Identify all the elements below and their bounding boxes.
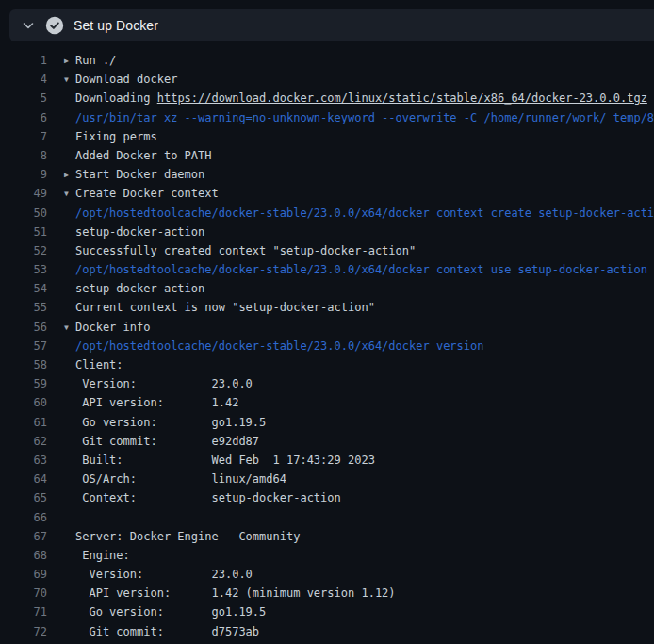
- group-toggle[interactable]: ▶Run ./: [64, 51, 116, 70]
- line-number[interactable]: 55: [0, 298, 47, 317]
- line-number[interactable]: 4: [0, 70, 47, 89]
- log-line: 7Fixing perms: [0, 127, 654, 146]
- line-number[interactable]: 51: [0, 223, 47, 241]
- line-number[interactable]: 49: [0, 184, 47, 203]
- line-number[interactable]: 56: [0, 318, 47, 337]
- log-line: 57/opt/hostedtoolcache/docker-stable/23.…: [0, 337, 654, 355]
- log-text: Git commit: e92dd87: [64, 432, 259, 451]
- log-link[interactable]: https://download.docker.com/linux/static…: [157, 91, 647, 105]
- line-number[interactable]: 57: [0, 337, 47, 355]
- line-number[interactable]: 64: [0, 470, 47, 488]
- log-text: Current context is now "setup-docker-act…: [64, 298, 375, 317]
- log-text: Client:: [64, 355, 123, 374]
- log-line: 66: [0, 508, 654, 527]
- log-line: 68 Engine:: [0, 546, 654, 565]
- log-line: 64 OS/Arch: linux/amd64: [0, 470, 654, 488]
- group-toggle[interactable]: ▼Create Docker context: [64, 184, 219, 203]
- log-text: Engine:: [64, 546, 130, 565]
- log-line: 6/usr/bin/tar xz --warning=no-unknown-ke…: [0, 108, 654, 127]
- line-number[interactable]: 66: [0, 508, 47, 527]
- log-line: 9▶Start Docker daemon: [0, 165, 654, 184]
- log-line: 5Downloading https://download.docker.com…: [0, 89, 654, 107]
- step-header[interactable]: Set up Docker: [9, 9, 654, 41]
- triangle-right-icon: ▶: [64, 52, 75, 70]
- log-text: Server: Docker Engine - Community: [64, 527, 300, 546]
- line-number[interactable]: 62: [0, 432, 47, 451]
- log-line: 49▼Create Docker context: [0, 184, 654, 203]
- group-title: Start Docker daemon: [75, 168, 204, 181]
- line-number[interactable]: 52: [0, 241, 47, 260]
- log-line: 53/opt/hostedtoolcache/docker-stable/23.…: [0, 260, 654, 279]
- group-toggle[interactable]: ▼Docker info: [64, 318, 150, 337]
- step-title: Set up Docker: [74, 18, 158, 33]
- triangle-down-icon: ▼: [64, 185, 75, 203]
- line-number[interactable]: 65: [0, 488, 47, 507]
- log-text: setup-docker-action: [64, 223, 204, 241]
- log-line: 69 Version: 23.0.0: [0, 565, 654, 584]
- line-number[interactable]: 72: [0, 622, 47, 641]
- log-line: 56▼Docker info: [0, 318, 654, 337]
- log-text: API version: 1.42 (minimum version 1.12): [64, 584, 396, 603]
- log-line: 55Current context is now "setup-docker-a…: [0, 298, 654, 317]
- chevron-down-icon[interactable]: [21, 18, 36, 33]
- log-text-prefix: Downloading: [75, 91, 157, 105]
- line-number[interactable]: 50: [0, 204, 47, 223]
- line-number[interactable]: 67: [0, 527, 47, 546]
- log-text: OS/Arch: linux/amd64: [64, 470, 286, 488]
- line-number[interactable]: 68: [0, 546, 47, 565]
- log-text: Fixing perms: [64, 127, 157, 146]
- line-number[interactable]: 70: [0, 584, 47, 603]
- log-text: Downloading https://download.docker.com/…: [64, 89, 647, 107]
- log-console: 1▶Run ./4▼Download docker5Downloading ht…: [0, 41, 654, 641]
- line-number[interactable]: 6: [0, 108, 47, 127]
- log-line: 1▶Run ./: [0, 51, 654, 70]
- log-text: Go version: go1.19.5: [64, 603, 266, 621]
- triangle-right-icon: ▶: [64, 166, 75, 184]
- log-line: 8Added Docker to PATH: [0, 146, 654, 165]
- log-text: Added Docker to PATH: [64, 146, 212, 165]
- check-circle-icon: [45, 16, 64, 35]
- log-text: Context: setup-docker-action: [64, 488, 341, 507]
- line-number[interactable]: 1: [0, 51, 47, 70]
- log-command: /opt/hostedtoolcache/docker-stable/23.0.…: [64, 204, 654, 223]
- line-number[interactable]: 71: [0, 603, 47, 621]
- log-text: Version: 23.0.0: [64, 374, 253, 393]
- line-number[interactable]: 8: [0, 146, 47, 165]
- line-number[interactable]: 60: [0, 393, 47, 412]
- log-line: 65 Context: setup-docker-action: [0, 488, 654, 507]
- line-number[interactable]: 53: [0, 260, 47, 279]
- line-number[interactable]: 54: [0, 279, 47, 298]
- log-line: 52Successfully created context "setup-do…: [0, 241, 654, 260]
- group-toggle[interactable]: ▶Start Docker daemon: [64, 165, 204, 184]
- log-text: Version: 23.0.0: [64, 565, 253, 584]
- group-title: Create Docker context: [75, 187, 219, 200]
- group-title: Docker info: [75, 321, 150, 334]
- log-line: 58Client:: [0, 355, 654, 374]
- group-title: Download docker: [75, 73, 177, 86]
- log-line: 54setup-docker-action: [0, 279, 654, 298]
- line-number[interactable]: 59: [0, 374, 47, 393]
- line-number[interactable]: 63: [0, 451, 47, 470]
- triangle-down-icon: ▼: [64, 319, 75, 337]
- log-line: 72 Git commit: d7573ab: [0, 622, 654, 641]
- log-command: /usr/bin/tar xz --warning=no-unknown-key…: [64, 108, 654, 127]
- line-number[interactable]: 9: [0, 165, 47, 184]
- line-number[interactable]: 5: [0, 89, 47, 107]
- line-number[interactable]: 61: [0, 413, 47, 432]
- log-command: /opt/hostedtoolcache/docker-stable/23.0.…: [64, 260, 647, 279]
- log-text: Git commit: d7573ab: [64, 622, 259, 641]
- group-toggle[interactable]: ▼Download docker: [64, 70, 177, 89]
- log-line: 62 Git commit: e92dd87: [0, 432, 654, 451]
- line-number[interactable]: 58: [0, 355, 47, 374]
- line-number[interactable]: 69: [0, 565, 47, 584]
- log-text: [64, 508, 75, 527]
- log-line: 4▼Download docker: [0, 70, 654, 89]
- log-line: 71 Go version: go1.19.5: [0, 603, 654, 621]
- log-line: 59 Version: 23.0.0: [0, 374, 654, 393]
- line-number[interactable]: 7: [0, 127, 47, 146]
- log-line: 50/opt/hostedtoolcache/docker-stable/23.…: [0, 204, 654, 223]
- log-line: 51setup-docker-action: [0, 223, 654, 241]
- log-line: 61 Go version: go1.19.5: [0, 413, 654, 432]
- log-text: Built: Wed Feb 1 17:43:29 2023: [64, 451, 375, 470]
- log-text: setup-docker-action: [64, 279, 204, 298]
